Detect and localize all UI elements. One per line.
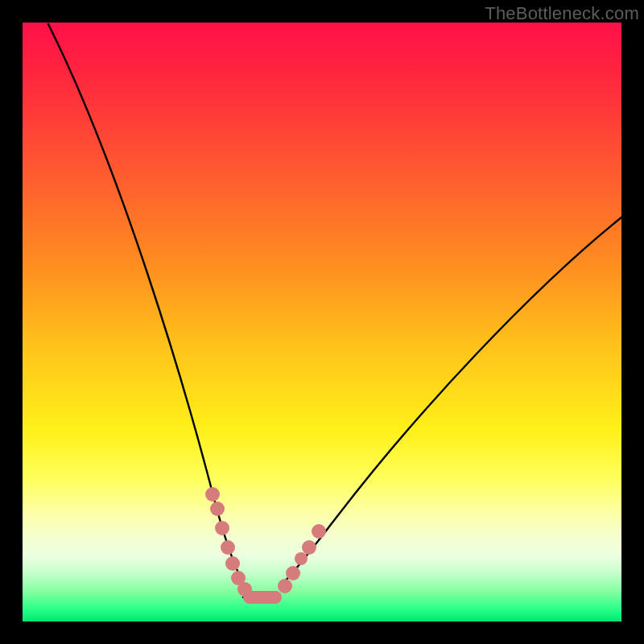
chart-stage: TheBottleneck.com <box>0 0 644 644</box>
watermark-label: TheBottleneck.com <box>485 3 639 24</box>
gradient-background <box>23 23 621 621</box>
